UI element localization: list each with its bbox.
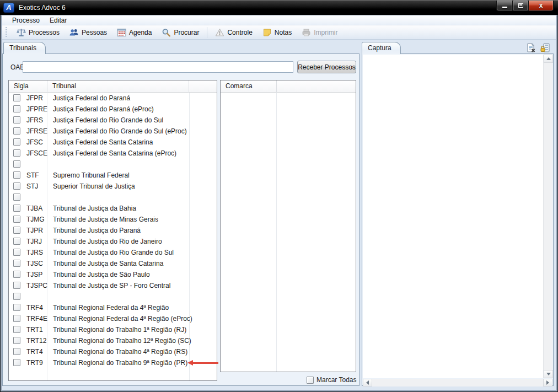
row-tribunal: Tribunal Regional Federal da 4ª Região (… bbox=[53, 313, 192, 324]
minimize-icon bbox=[502, 7, 507, 8]
vertical-scrollbar[interactable] bbox=[543, 55, 552, 378]
table-row: STJSuperior Tribunal de Justiça bbox=[9, 181, 217, 192]
title-bar: A Exotics Advoc 6 x bbox=[0, 0, 558, 15]
row-checkbox[interactable] bbox=[13, 326, 20, 333]
receber-processos-button[interactable]: Receber Processos bbox=[297, 61, 356, 73]
toolbar-pessoas-button[interactable]: Pessoas bbox=[65, 26, 112, 39]
row-checkbox[interactable] bbox=[13, 293, 20, 300]
row-checkbox[interactable] bbox=[13, 359, 20, 366]
scroll-down-button[interactable] bbox=[544, 370, 553, 378]
row-checkbox[interactable] bbox=[13, 105, 20, 112]
lock-capture-button[interactable] bbox=[540, 43, 550, 52]
toolbar-separator bbox=[207, 27, 207, 38]
scroll-right-button[interactable] bbox=[543, 379, 552, 386]
table-row: JFPREJustiça Federal do Paraná (eProc) bbox=[9, 104, 217, 115]
tab-tribunais[interactable]: Tribunais bbox=[3, 42, 46, 54]
arrow-left-icon bbox=[366, 380, 369, 385]
row-checkbox[interactable] bbox=[13, 348, 20, 355]
tab-captura[interactable]: Captura bbox=[362, 42, 401, 54]
toolbar-processos-button[interactable]: Processos bbox=[12, 26, 65, 39]
arrow-up-icon bbox=[546, 57, 551, 60]
row-checkbox[interactable] bbox=[13, 127, 20, 135]
app-logo-icon: A bbox=[3, 3, 14, 13]
people-icon bbox=[69, 28, 79, 37]
row-tribunal: Justiça Federal de Santa Catarina (eProc… bbox=[53, 148, 176, 159]
row-checkbox[interactable] bbox=[13, 216, 20, 223]
column-header-comarca[interactable]: Comarca bbox=[221, 80, 277, 93]
column-header-empty[interactable] bbox=[277, 80, 356, 93]
row-tribunal: Tribunal de Justiça de São Paulo bbox=[53, 269, 150, 280]
row-checkbox[interactable] bbox=[13, 282, 20, 289]
row-checkbox[interactable] bbox=[13, 271, 20, 278]
row-checkbox[interactable] bbox=[13, 227, 20, 234]
row-tribunal: Tribunal Regional Federal da 4ª Região bbox=[53, 302, 169, 313]
row-sigla: JFSCE bbox=[26, 148, 47, 159]
clear-capture-button[interactable] bbox=[526, 43, 536, 52]
row-sigla: TRT12 bbox=[26, 335, 46, 346]
marcar-todas-checkbox[interactable] bbox=[307, 377, 314, 384]
column-header-tribunal[interactable]: Tribunal bbox=[47, 80, 189, 93]
row-tribunal: Tribunal de Justiça de Santa Catarina bbox=[53, 258, 163, 269]
row-checkbox[interactable] bbox=[13, 260, 20, 267]
table-row bbox=[9, 291, 217, 302]
row-checkbox[interactable] bbox=[13, 149, 20, 157]
table-row: TJBATribunal de Justiça da Bahia bbox=[9, 203, 217, 214]
restore-button[interactable] bbox=[513, 1, 528, 11]
tribunais-panel: OAB Receber Processos Sigla Tribunal JFP… bbox=[2, 53, 360, 386]
horizontal-scrollbar[interactable] bbox=[363, 379, 552, 386]
column-line bbox=[276, 93, 277, 372]
row-sigla: JFRS bbox=[26, 115, 43, 126]
row-checkbox[interactable] bbox=[13, 315, 20, 322]
captura-content bbox=[363, 55, 552, 378]
row-sigla: STJ bbox=[26, 181, 38, 192]
minimize-button[interactable] bbox=[496, 1, 513, 11]
row-tribunal: Justiça Federal de Santa Catarina bbox=[53, 137, 153, 148]
toolbar-controle-button[interactable]: Controle bbox=[210, 26, 257, 39]
row-checkbox[interactable] bbox=[13, 249, 20, 256]
menu-editar[interactable]: Editar bbox=[45, 15, 72, 25]
calendar-icon bbox=[117, 28, 126, 37]
tribunal-table-header: Sigla Tribunal bbox=[9, 80, 217, 93]
toolbar-imprimir-button[interactable]: Imprimir bbox=[297, 26, 342, 39]
toolbar-procurar-button[interactable]: Procurar bbox=[157, 26, 204, 39]
row-checkbox[interactable] bbox=[13, 116, 20, 123]
captura-panel bbox=[362, 53, 554, 386]
table-row: STFSupremo Tribunal Federal bbox=[9, 170, 217, 181]
row-sigla: TJBA bbox=[26, 203, 42, 214]
table-row: JFSCJustiça Federal de Santa Catarina bbox=[9, 137, 217, 148]
close-button[interactable]: x bbox=[528, 1, 554, 11]
search-icon bbox=[162, 28, 171, 37]
row-checkbox[interactable] bbox=[13, 238, 20, 245]
row-checkbox[interactable] bbox=[13, 94, 20, 101]
row-checkbox[interactable] bbox=[13, 337, 20, 344]
row-checkbox[interactable] bbox=[13, 171, 20, 179]
row-sigla: TJSPC bbox=[26, 280, 47, 291]
oab-input[interactable] bbox=[23, 61, 293, 73]
toolbar-agenda-button[interactable]: Agenda bbox=[112, 26, 157, 39]
column-header-sigla[interactable]: Sigla bbox=[9, 80, 47, 93]
row-sigla: JFSC bbox=[26, 137, 43, 148]
table-row: TJSPCTribunal de Justiça de SP - Foro Ce… bbox=[9, 280, 217, 291]
scroll-up-button[interactable] bbox=[544, 55, 553, 63]
scroll-left-button[interactable] bbox=[363, 379, 372, 386]
document-x-icon bbox=[527, 43, 536, 52]
row-checkbox[interactable] bbox=[13, 304, 20, 311]
warning-icon bbox=[215, 28, 224, 37]
row-checkbox[interactable] bbox=[13, 160, 20, 168]
table-row: TRF4Tribunal Regional Federal da 4ª Regi… bbox=[9, 302, 217, 313]
menu-processo[interactable]: Processo bbox=[7, 15, 45, 25]
table-row bbox=[9, 192, 217, 203]
row-checkbox[interactable] bbox=[13, 194, 20, 201]
row-checkbox[interactable] bbox=[13, 205, 20, 212]
row-tribunal: Justiça Federal do Rio Grande do Sul (eP… bbox=[53, 126, 187, 137]
toolbar-imprimir-label: Imprimir bbox=[314, 29, 337, 36]
row-checkbox[interactable] bbox=[13, 182, 20, 190]
toolbar-grip[interactable] bbox=[6, 27, 7, 38]
tribunal-table: Sigla Tribunal JFPRJustiça Federal do Pa… bbox=[8, 80, 217, 381]
row-tribunal: Tribunal de Justiça de Minas Gerais bbox=[53, 214, 158, 225]
captura-toolbar bbox=[526, 43, 550, 52]
toolbar-notas-button[interactable]: Notas bbox=[257, 26, 297, 39]
column-header-empty[interactable] bbox=[189, 80, 217, 93]
marcar-todas-label: Marcar Todas bbox=[316, 376, 356, 384]
row-checkbox[interactable] bbox=[13, 138, 20, 146]
